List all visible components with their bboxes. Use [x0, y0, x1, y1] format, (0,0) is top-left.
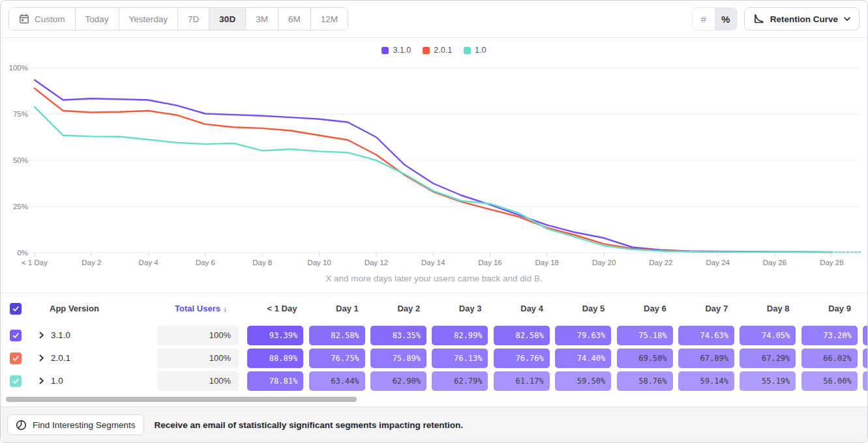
legend-label: 1.0: [475, 46, 486, 55]
retention-cell[interactable]: 55.19%: [740, 371, 796, 391]
footer-message: Receive an email of statistically signif…: [155, 420, 463, 430]
row-checkbox-2-0-1[interactable]: [10, 352, 22, 364]
retention-cell[interactable]: 79.63%: [555, 326, 611, 345]
retention-cell[interactable]: 76.75%: [309, 349, 365, 368]
toolbar-right: # % Retention Curve: [692, 7, 860, 31]
range-button-30d[interactable]: 30D: [209, 8, 246, 30]
retention-cell[interactable]: 58.76%: [617, 371, 673, 391]
range-button-6m[interactable]: 6M: [278, 8, 311, 30]
retention-cell-wrap: 74.63%: [676, 326, 737, 345]
expand-chevron-icon[interactable]: [38, 331, 45, 339]
retention-cell-wrap: 61.17%: [491, 371, 552, 391]
date-range-control: CustomTodayYesterday7D30D3M6M12M: [8, 7, 348, 31]
retention-cell[interactable]: 59.14%: [678, 371, 734, 391]
retention-chart: 0%25%50%75%100%< 1 DayDay 2Day 4Day 6Day…: [1, 60, 867, 267]
number-format-button[interactable]: #: [693, 8, 715, 30]
retention-cell[interactable]: 74.05%: [740, 326, 796, 345]
retention-cell[interactable]: 67.89%: [678, 349, 734, 368]
retention-cell[interactable]: 67.29%: [740, 349, 796, 368]
line-series-1-0[interactable]: [35, 107, 831, 252]
column-header-1-day: < 1 Day: [245, 304, 306, 313]
y-tick-label: 25%: [13, 203, 28, 210]
column-header-day-4: Day 4: [491, 304, 552, 313]
retention-cell[interactable]: 78.81%: [247, 371, 303, 391]
legend-item-3-1-0[interactable]: 3.1.0: [382, 46, 411, 55]
retention-cell[interactable]: 62.90%: [370, 371, 427, 391]
footer-bar: Find Interesting Segments Receive an ema…: [1, 407, 867, 442]
retention-cell[interactable]: 83.35%: [370, 326, 427, 345]
column-header-total-users[interactable]: Total Users↓: [157, 304, 245, 313]
retention-cell[interactable]: 75.89%: [370, 349, 427, 368]
retention-cell[interactable]: 75.18%: [617, 326, 673, 345]
range-button-3m[interactable]: 3M: [246, 8, 278, 30]
retention-cell-wrap: 83.35%: [368, 326, 429, 345]
range-button-12m[interactable]: 12M: [311, 8, 348, 30]
retention-cell-wrap: 62.79%: [429, 371, 490, 391]
line-series-2-0-1[interactable]: [35, 89, 831, 253]
retention-cell[interactable]: 74.63%: [678, 326, 734, 345]
range-button-7d[interactable]: 7D: [178, 8, 209, 30]
retention-cell-wrap: 67.89%: [676, 349, 737, 368]
range-button-yesterday[interactable]: Yesterday: [119, 8, 179, 30]
range-button-custom[interactable]: Custom: [9, 8, 76, 30]
retention-cell[interactable]: 82.58%: [494, 326, 550, 345]
retention-cell[interactable]: 66.02%: [801, 349, 858, 368]
retention-cell-wrap: 82.58%: [491, 326, 552, 345]
check-icon: [12, 305, 20, 313]
legend-item-1-0[interactable]: 1.0: [464, 46, 486, 55]
retention-cell[interactable]: 74.40%: [555, 349, 611, 368]
column-header-day-1: Day 1: [306, 304, 367, 313]
retention-cell-wrap: 59.14%: [676, 371, 737, 391]
retention-cell-wrap: 82.58%: [306, 326, 367, 345]
retention-cell[interactable]: 82.99%: [432, 326, 488, 345]
row-checkbox-1-0[interactable]: [10, 375, 22, 387]
overflow-pill: [863, 349, 868, 368]
retention-cell[interactable]: 61.17%: [494, 371, 550, 391]
app-version-cell: 3.1.0: [37, 330, 157, 340]
retention-cell[interactable]: 76.13%: [432, 349, 488, 368]
retention-cell-wrap: 74.05%: [737, 326, 798, 345]
chart-type-dropdown[interactable]: Retention Curve: [744, 7, 860, 31]
range-button-today[interactable]: Today: [76, 8, 119, 30]
retention-cell-wrap: 76.75%: [306, 349, 367, 368]
retention-cell[interactable]: 76.76%: [494, 349, 550, 368]
retention-cell[interactable]: 56.00%: [801, 371, 858, 391]
legend-swatch: [382, 47, 389, 54]
legend-swatch: [464, 47, 471, 54]
retention-cell[interactable]: 62.79%: [432, 371, 488, 391]
select-all-checkbox[interactable]: [10, 303, 22, 315]
total-users-cell-wrap: 100%: [157, 349, 245, 368]
range-label: Yesterday: [129, 14, 168, 24]
retention-report: CustomTodayYesterday7D30D3M6M12M # % Ret…: [0, 0, 868, 443]
retention-cell[interactable]: 82.58%: [309, 326, 365, 345]
retention-cell-wrap: 73.20%: [799, 326, 860, 345]
retention-cell[interactable]: 69.50%: [617, 349, 673, 368]
retention-cell[interactable]: 63.44%: [309, 371, 365, 391]
range-label: 3M: [256, 14, 268, 24]
retention-cell[interactable]: 73.20%: [801, 326, 858, 345]
overflow-cell: [860, 349, 867, 368]
legend-label: 2.0.1: [434, 46, 452, 55]
retention-cell-wrap: 75.18%: [614, 326, 675, 345]
range-label: Custom: [35, 14, 65, 24]
column-header-day-3: Day 3: [429, 304, 490, 313]
retention-cell[interactable]: 59.50%: [555, 371, 611, 391]
expand-chevron-icon[interactable]: [38, 354, 45, 362]
x-tick-label: Day 14: [421, 259, 445, 266]
column-header-day-5: Day 5: [552, 304, 614, 313]
retention-cell[interactable]: 88.89%: [247, 349, 303, 368]
legend-item-2-0-1[interactable]: 2.0.1: [423, 46, 452, 55]
row-checkbox-cell: [1, 375, 37, 387]
expand-chevron-icon[interactable]: [38, 377, 45, 385]
retention-cell-wrap: 76.76%: [491, 349, 552, 368]
retention-cell[interactable]: 93.39%: [247, 326, 303, 345]
line-series-3-1-0[interactable]: [35, 80, 831, 252]
check-icon: [12, 332, 20, 339]
find-interesting-segments-button[interactable]: Find Interesting Segments: [7, 414, 144, 435]
horizontal-scrollbar[interactable]: [6, 397, 357, 402]
retention-cell-wrap: 55.19%: [737, 371, 798, 391]
overflow-pill: [863, 326, 868, 345]
percent-format-button[interactable]: %: [715, 8, 737, 30]
row-checkbox-3-1-0[interactable]: [10, 330, 22, 341]
header-checkbox-cell: [1, 303, 37, 315]
